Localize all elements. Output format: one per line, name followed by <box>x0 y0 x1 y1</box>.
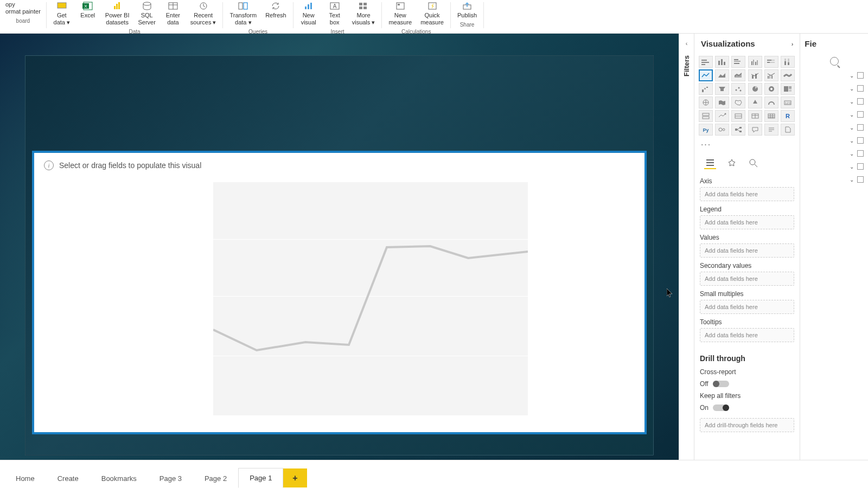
get-data-button[interactable]: Get data ▾ <box>49 0 75 27</box>
viz-r-script-icon[interactable]: R <box>781 110 795 122</box>
more-visuals-button[interactable]: More visuals ▾ <box>348 0 380 27</box>
report-page[interactable]: i Select or drag fields to populate this… <box>25 55 654 455</box>
tab-bookmarks[interactable]: Bookmarks <box>90 468 148 488</box>
field-table-row[interactable]: ⌄ <box>800 134 868 147</box>
viz-100-stacked-column-icon[interactable] <box>781 56 795 68</box>
viz-azure-map-icon[interactable] <box>748 97 762 108</box>
viz-stacked-column-icon[interactable] <box>715 56 729 68</box>
axis-drop[interactable]: Add data fields here <box>700 187 794 201</box>
viz-filled-map-icon[interactable] <box>715 97 729 108</box>
viz-scatter-icon[interactable] <box>731 83 745 95</box>
field-table-row[interactable]: ⌄ <box>800 108 868 121</box>
viz-line-stacked-column-icon[interactable] <box>748 69 762 81</box>
field-table-row[interactable]: ⌄ <box>800 121 868 134</box>
viz-kpi-icon[interactable] <box>715 110 729 122</box>
new-visual-button[interactable]: New visual <box>296 0 322 27</box>
line-chart-placeholder-icon <box>213 182 528 415</box>
fields-tab-icon[interactable] <box>704 157 716 169</box>
viz-decomposition-tree-icon[interactable] <box>731 124 745 136</box>
svg-rect-41 <box>771 60 775 61</box>
viz-line-chart-icon[interactable] <box>699 69 713 81</box>
viz-qa-icon[interactable] <box>748 124 762 136</box>
viz-gauge-icon[interactable] <box>764 97 778 108</box>
viz-key-influencers-icon[interactable] <box>715 124 729 136</box>
viz-paginated-report-icon[interactable] <box>781 124 795 136</box>
visual-container-selected[interactable]: i Select or drag fields to populate this… <box>32 151 647 434</box>
viz-pie-icon[interactable] <box>748 83 762 95</box>
chevron-down-icon: ⌄ <box>850 125 854 131</box>
viz-100-stacked-bar-icon[interactable] <box>764 56 778 68</box>
new-measure-button[interactable]: New measure <box>384 0 416 27</box>
small-multiples-drop[interactable]: Add data fields here <box>700 300 794 314</box>
svg-rect-13 <box>244 3 247 9</box>
viz-treemap-icon[interactable] <box>781 83 795 95</box>
svg-rect-43 <box>770 62 775 63</box>
text-box-button[interactable]: AText box <box>322 0 348 27</box>
viz-area-chart-icon[interactable] <box>715 69 729 81</box>
viz-stacked-area-icon[interactable] <box>731 69 745 81</box>
tab-home[interactable]: Home <box>4 468 46 488</box>
tab-page-2[interactable]: Page 2 <box>193 468 238 488</box>
viz-clustered-bar-icon[interactable] <box>731 56 745 68</box>
secondary-values-drop[interactable]: Add data fields here <box>700 272 794 286</box>
recent-sources-button[interactable]: Recent sources ▾ <box>186 0 221 27</box>
viz-card-icon[interactable]: 123 <box>781 97 795 108</box>
field-table-row[interactable]: ⌄ <box>800 173 868 186</box>
viz-waterfall-icon[interactable] <box>699 83 713 95</box>
tooltips-drop[interactable]: Add data fields here <box>700 328 794 342</box>
sql-server-button[interactable]: SQL Server <box>133 0 159 27</box>
field-table-row[interactable]: ⌄ <box>800 69 868 82</box>
analytics-tab-icon[interactable] <box>748 157 760 169</box>
viz-donut-icon[interactable] <box>764 83 778 95</box>
format-tab-icon[interactable] <box>726 157 738 169</box>
viz-stacked-bar-icon[interactable] <box>699 56 713 68</box>
ribbon-separator <box>46 2 47 28</box>
publish-button[interactable]: Publish <box>453 0 481 20</box>
more-visuals-ellipsis[interactable]: ··· <box>694 138 800 152</box>
collapse-viz-icon[interactable]: › <box>792 41 794 47</box>
viz-smart-narrative-icon[interactable] <box>764 124 778 136</box>
svg-text:R: R <box>786 113 790 119</box>
svg-rect-54 <box>704 88 706 89</box>
table-icon <box>857 85 864 92</box>
drill-through-drop[interactable]: Add drill-through fields here <box>700 418 794 432</box>
viz-clustered-column-icon[interactable] <box>748 56 762 68</box>
field-table-row[interactable]: ⌄ <box>800 82 868 95</box>
viz-multi-row-card-icon[interactable] <box>699 110 713 122</box>
viz-slicer-icon[interactable] <box>731 110 745 122</box>
tab-page-1[interactable]: Page 1 <box>238 468 283 488</box>
quick-measure-button[interactable]: Quick measure <box>416 0 448 27</box>
legend-drop[interactable]: Add data fields here <box>700 215 794 229</box>
field-table-row[interactable]: ⌄ <box>800 147 868 160</box>
search-fields[interactable] <box>800 54 868 69</box>
field-table-row[interactable]: ⌄ <box>800 160 868 173</box>
viz-python-icon[interactable]: Py <box>699 124 713 136</box>
visualizations-header: Visualizations › <box>694 34 800 54</box>
filters-pane-collapsed[interactable]: ‹ Filters <box>679 34 694 460</box>
refresh-button[interactable]: Refresh <box>261 0 291 27</box>
tab-create[interactable]: Create <box>46 468 90 488</box>
ribbon-separator <box>483 2 484 28</box>
excel-button[interactable]: XExcel <box>75 0 101 27</box>
clipboard-fragment[interactable]: opy ormat painter <box>2 0 44 16</box>
powerbi-datasets-button[interactable]: Power BI datasets <box>101 0 134 27</box>
info-icon: i <box>44 160 54 170</box>
viz-map-icon[interactable] <box>699 97 713 108</box>
add-page-button[interactable]: + <box>283 468 307 487</box>
cross-report-toggle[interactable] <box>713 381 729 387</box>
ribbon-separator <box>222 2 223 28</box>
viz-line-clustered-column-icon[interactable] <box>764 69 778 81</box>
enter-data-button[interactable]: Enter data <box>160 0 186 27</box>
transform-data-button[interactable]: Transform data ▾ <box>225 0 261 27</box>
values-drop[interactable]: Add data fields here <box>700 243 794 258</box>
viz-funnel-icon[interactable] <box>715 83 729 95</box>
viz-ribbon-chart-icon[interactable] <box>781 69 795 81</box>
viz-shape-map-icon[interactable] <box>731 97 745 108</box>
tab-page-3[interactable]: Page 3 <box>148 468 193 488</box>
viz-matrix-icon[interactable] <box>764 110 778 122</box>
expand-filters-icon[interactable]: ‹ <box>686 40 688 47</box>
report-canvas[interactable]: i Select or drag fields to populate this… <box>0 34 679 460</box>
keep-filters-toggle[interactable] <box>713 404 729 411</box>
field-table-row[interactable]: ⌄ <box>800 95 868 108</box>
viz-table-icon[interactable] <box>748 110 762 122</box>
